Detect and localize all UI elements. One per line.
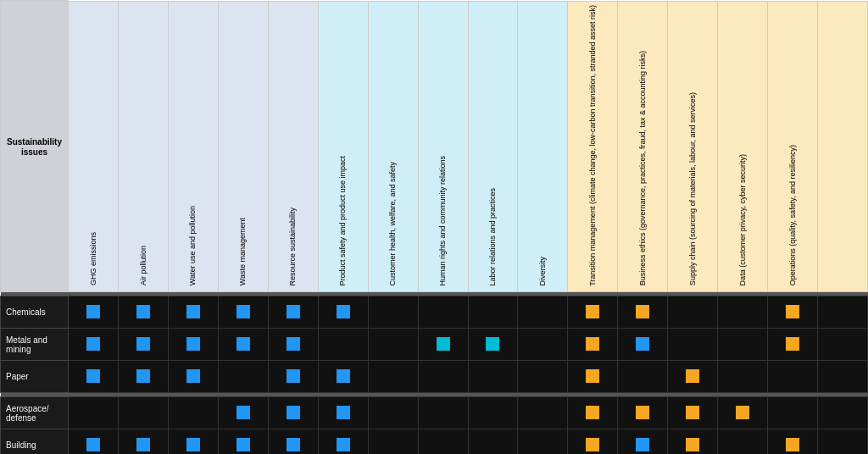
- data-cell: [318, 429, 368, 454]
- data-cell: [69, 361, 119, 393]
- col-supply: Supply chain (sourcing of materials, lab…: [668, 1, 718, 292]
- data-cell: [418, 296, 468, 329]
- data-cell: [668, 296, 718, 329]
- data-cell: [568, 296, 618, 329]
- col-data: Data (customer privacy, cyber security): [718, 1, 768, 292]
- data-cell: [768, 429, 818, 454]
- data-cell: [518, 397, 568, 429]
- data-cell: [718, 429, 768, 454]
- data-cell: [668, 397, 718, 429]
- data-cell: [168, 296, 218, 329]
- col-extra: [818, 1, 868, 292]
- data-cell: [418, 361, 468, 393]
- data-cell: [818, 296, 868, 329]
- col-water: Water use and pollution: [168, 1, 218, 292]
- data-cell: [718, 397, 768, 429]
- data-cell: [568, 429, 618, 454]
- row-label: Metals and mining: [1, 329, 69, 361]
- data-cell: [268, 361, 318, 393]
- data-cell: [118, 361, 168, 393]
- data-cell: [518, 361, 568, 393]
- col-diversity: Diversity: [518, 1, 568, 292]
- data-cell: [568, 361, 618, 393]
- data-cell: [718, 296, 768, 329]
- data-cell: [368, 329, 418, 361]
- data-cell: [118, 397, 168, 429]
- data-cell: [418, 397, 468, 429]
- data-cell: [268, 397, 318, 429]
- data-cell: [618, 397, 668, 429]
- data-cell: [518, 429, 568, 454]
- data-cell: [318, 296, 368, 329]
- data-cell: [568, 397, 618, 429]
- col-air: Air pollution: [118, 1, 168, 292]
- data-cell: [618, 296, 668, 329]
- data-cell: [818, 361, 868, 393]
- col-transition: Transition management (climate change, l…: [568, 1, 618, 292]
- data-cell: [618, 361, 668, 393]
- row-label: Chemicals: [1, 296, 69, 329]
- data-cell: [318, 329, 368, 361]
- col-customer: Customer health, welfare, and safety: [368, 1, 418, 292]
- data-cell: [418, 329, 468, 361]
- data-cell: [718, 361, 768, 393]
- row-label: Paper: [1, 361, 69, 393]
- data-cell: [318, 361, 368, 393]
- col-header-row: GHG emissions Air pollution Water use an…: [1, 1, 868, 292]
- data-cell: [118, 296, 168, 329]
- data-cell: [218, 397, 268, 429]
- data-cell: [768, 296, 818, 329]
- data-cell: [69, 296, 119, 329]
- table-row: Paper: [1, 361, 868, 393]
- col-waste: Waste management: [218, 1, 268, 292]
- data-cell: [718, 329, 768, 361]
- data-cell: [568, 329, 618, 361]
- data-cell: [368, 361, 418, 393]
- table-row: Metals and mining: [1, 329, 868, 361]
- table-row: Aerospace/ defense: [1, 397, 868, 429]
- data-cell: [368, 296, 418, 329]
- data-cell: [168, 429, 218, 454]
- col-ethics: Business ethics (governance, practices, …: [618, 1, 668, 292]
- col-ops: Operations (quality, safety, and resilie…: [768, 1, 818, 292]
- data-cell: [268, 329, 318, 361]
- data-cell: [468, 329, 518, 361]
- data-cell: [618, 429, 668, 454]
- row-label: Aerospace/ defense: [1, 397, 69, 429]
- data-cell: [518, 329, 568, 361]
- col-labor: Labor relations and practices: [468, 1, 518, 292]
- data-cell: [368, 429, 418, 454]
- data-cell: [768, 361, 818, 393]
- data-cell: [768, 329, 818, 361]
- table-row: Chemicals: [1, 296, 868, 329]
- col-ghg: GHG emissions: [69, 1, 119, 292]
- data-cell: [468, 361, 518, 393]
- data-cell: [818, 397, 868, 429]
- data-cell: [218, 429, 268, 454]
- col-product: Product safety and product use impact: [318, 1, 368, 292]
- data-cell: [168, 329, 218, 361]
- data-cell: [268, 429, 318, 454]
- table-body: ChemicalsMetals and miningPaperAerospace…: [1, 292, 868, 454]
- corner-label: Sustainabilityissues: [7, 137, 62, 157]
- main-table-wrapper: Sustainabilityissues GHG emissions Air p…: [0, 0, 868, 454]
- data-cell: [218, 361, 268, 393]
- data-cell: [69, 329, 119, 361]
- data-cell: [168, 397, 218, 429]
- data-cell: [318, 397, 368, 429]
- data-cell: [468, 397, 518, 429]
- col-resource: Resource sustainability: [268, 1, 318, 292]
- data-cell: [668, 329, 718, 361]
- data-cell: [818, 329, 868, 361]
- data-cell: [468, 296, 518, 329]
- data-cell: [468, 429, 518, 454]
- data-cell: [118, 429, 168, 454]
- data-cell: [69, 429, 119, 454]
- data-cell: [668, 361, 718, 393]
- data-cell: [218, 329, 268, 361]
- data-cell: [818, 429, 868, 454]
- data-cell: [668, 429, 718, 454]
- data-cell: [368, 397, 418, 429]
- data-cell: [418, 429, 468, 454]
- col-human: Human rights and community relations: [418, 1, 468, 292]
